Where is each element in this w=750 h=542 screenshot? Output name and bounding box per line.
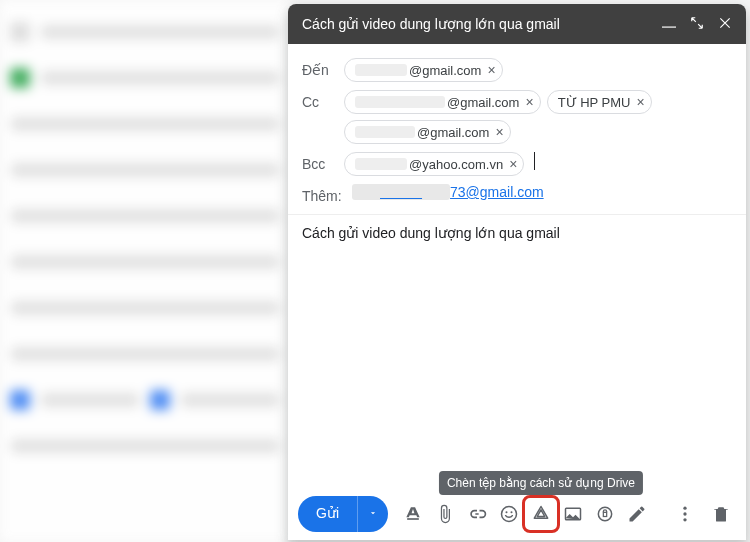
send-button-label[interactable]: Gửi xyxy=(298,496,357,532)
remove-chip-icon[interactable]: × xyxy=(509,156,517,172)
compose-body[interactable] xyxy=(288,251,746,488)
remove-chip-icon[interactable]: × xyxy=(487,62,495,78)
more-options-button[interactable] xyxy=(670,499,700,529)
discard-button[interactable] xyxy=(706,499,736,529)
extra-label: Thêm: xyxy=(302,184,352,204)
compose-window: Cách gửi video dung lượng lớn qua gmail … xyxy=(288,4,746,540)
extra-row: Thêm: hidden73@gmail.com xyxy=(302,180,732,208)
pen-button[interactable] xyxy=(622,499,652,529)
recipient-chip[interactable]: @gmail.com× xyxy=(344,58,503,82)
svg-point-8 xyxy=(683,512,686,515)
svg-point-1 xyxy=(502,507,517,522)
fullscreen-button[interactable] xyxy=(690,16,704,33)
svg-point-9 xyxy=(683,518,686,521)
confidential-button[interactable] xyxy=(590,499,620,529)
remove-chip-icon[interactable]: × xyxy=(495,124,503,140)
bcc-row[interactable]: Bcc @yahoo.com.vn× xyxy=(302,148,732,180)
attach-button[interactable] xyxy=(430,499,460,529)
compose-footer: Gửi Chèn tệp bằng cách sử dụng Drive xyxy=(288,488,746,540)
remove-chip-icon[interactable]: × xyxy=(637,94,645,110)
svg-point-2 xyxy=(506,511,508,513)
send-options-dropdown[interactable] xyxy=(357,496,388,532)
remove-chip-icon[interactable]: × xyxy=(525,94,533,110)
recipient-chip[interactable]: @yahoo.com.vn× xyxy=(344,152,524,176)
emoji-button[interactable] xyxy=(494,499,524,529)
svg-rect-0 xyxy=(662,26,676,27)
svg-point-3 xyxy=(511,511,513,513)
recipient-chip[interactable]: TỪ HP PMU× xyxy=(547,90,652,114)
to-label: Đến xyxy=(302,58,344,78)
text-cursor xyxy=(534,152,535,170)
formatting-button[interactable] xyxy=(398,499,428,529)
svg-rect-6 xyxy=(603,512,606,516)
subject-field[interactable]: Cách gửi video dung lượng lớn qua gmail xyxy=(288,215,746,251)
background-inbox xyxy=(0,0,290,542)
svg-point-7 xyxy=(683,507,686,510)
recipient-chip[interactable]: @gmail.com× xyxy=(344,120,511,144)
compose-title: Cách gửi video dung lượng lớn qua gmail xyxy=(302,16,662,32)
recipient-chip[interactable]: @gmail.com× xyxy=(344,90,541,114)
compose-header: Cách gửi video dung lượng lớn qua gmail xyxy=(288,4,746,44)
drive-button[interactable]: Chèn tệp bằng cách sử dụng Drive xyxy=(526,499,556,529)
image-button[interactable] xyxy=(558,499,588,529)
minimize-button[interactable] xyxy=(662,16,676,33)
link-button[interactable] xyxy=(462,499,492,529)
bcc-label: Bcc xyxy=(302,152,344,172)
send-button[interactable]: Gửi xyxy=(298,496,388,532)
to-row[interactable]: Đến @gmail.com× xyxy=(302,54,732,86)
recipients-section: Đến @gmail.com× Cc @gmail.com× TỪ HP PMU… xyxy=(288,44,746,215)
cc-label: Cc xyxy=(302,90,344,110)
close-button[interactable] xyxy=(718,16,732,33)
format-toolbar: Chèn tệp bằng cách sử dụng Drive xyxy=(398,499,652,529)
cc-row[interactable]: Cc @gmail.com× TỪ HP PMU× @gmail.com× xyxy=(302,86,732,148)
extra-recipient-link[interactable]: hidden73@gmail.com xyxy=(352,184,544,200)
